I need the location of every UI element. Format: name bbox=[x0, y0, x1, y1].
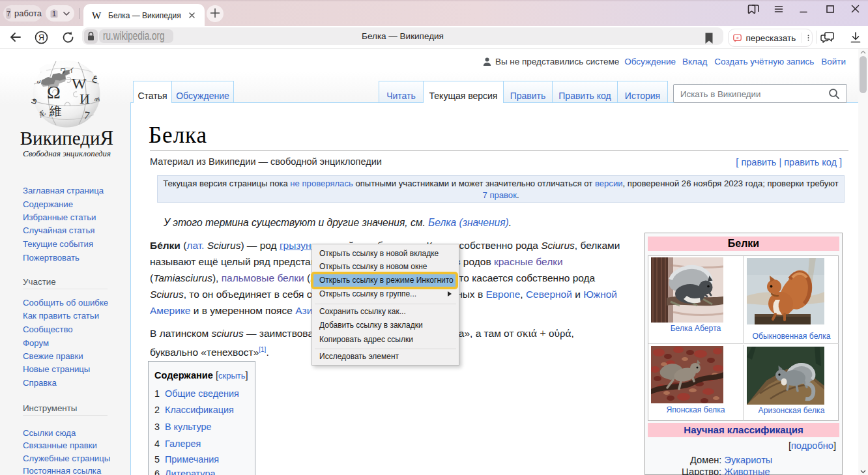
svg-text:1: 1 bbox=[52, 10, 56, 18]
svg-text:Ω: Ω bbox=[47, 82, 61, 102]
svg-text:Я: Я bbox=[38, 33, 44, 42]
svg-text:W: W bbox=[72, 75, 87, 92]
svg-text:ヮィ: ヮィ bbox=[59, 65, 76, 74]
svg-text:W: W bbox=[92, 10, 102, 21]
svg-text:«: « bbox=[736, 35, 739, 40]
svg-text:維: 維 bbox=[49, 104, 62, 118]
svg-text:И: И bbox=[80, 91, 90, 107]
